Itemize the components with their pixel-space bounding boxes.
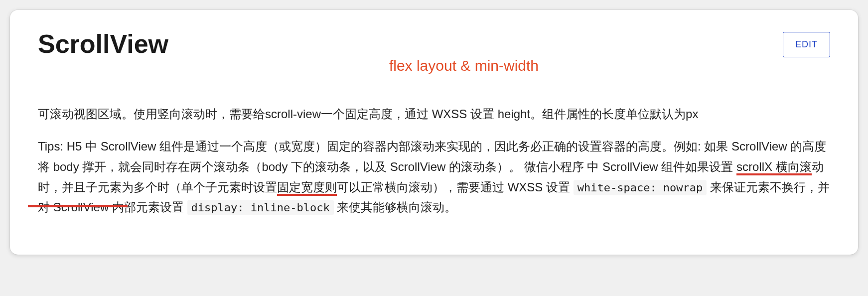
p2-text-3: 可以正常横向滚动），需要通过 WXSS 设置: [337, 180, 574, 194]
red-underline-inline-block: [28, 205, 128, 207]
paragraph-1: 可滚动视图区域。使用竖向滚动时，需要给scroll-view一个固定高度，通过 …: [38, 104, 830, 125]
code-display-inline-block: display: inline-block: [187, 200, 334, 215]
header-row: ScrollView EDIT: [38, 30, 830, 58]
red-underline-fixed-width: 固定宽度则: [277, 180, 337, 196]
page-title: ScrollView: [38, 30, 168, 58]
red-annotation-text: flex layout & min-width: [98, 57, 830, 74]
p2-text-5: 来使其能够横向滚动。: [334, 200, 457, 214]
red-underline-scrollx: scrollX 横向滚: [736, 160, 812, 175]
p2-text-1: Tips: H5 中 ScrollView 组件是通过一个高度（或宽度）固定的容…: [38, 140, 826, 173]
edit-button[interactable]: EDIT: [783, 32, 830, 57]
paragraph-2: Tips: H5 中 ScrollView 组件是通过一个高度（或宽度）固定的容…: [38, 137, 830, 218]
doc-card: ScrollView EDIT flex layout & min-width …: [10, 10, 858, 255]
code-white-space-nowrap: white-space: nowrap: [574, 180, 707, 195]
